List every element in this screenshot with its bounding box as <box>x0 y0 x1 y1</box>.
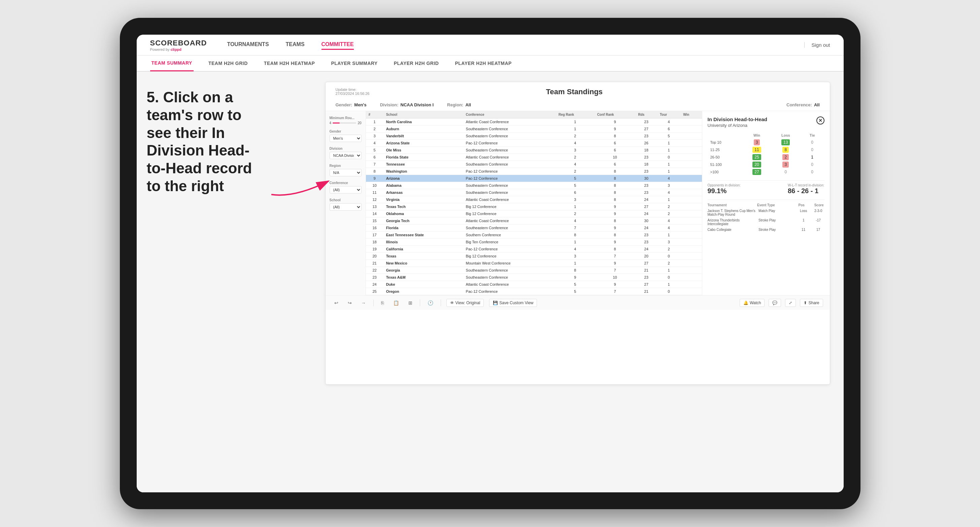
col-reg-rank: Reg Rank <box>556 111 595 119</box>
cell-win <box>680 232 702 239</box>
table-row[interactable]: 24 Duke Atlantic Coast Conference 5 9 27… <box>366 281 702 288</box>
table-row[interactable]: 9 Arizona Pac-12 Conference 5 8 30 4 <box>366 175 702 182</box>
cell-win <box>680 281 702 288</box>
tab-team-summary[interactable]: TEAM SUMMARY <box>150 56 194 71</box>
toolbar-divider-1 <box>373 300 374 306</box>
toolbar-divider-3 <box>441 300 441 306</box>
cell-conference: Southeastern Conference <box>463 182 556 189</box>
clock-icon[interactable]: 🕐 <box>426 299 435 307</box>
cell-conf-rank: 8 <box>595 246 636 253</box>
cell-tour: 1 <box>657 147 680 154</box>
table-row[interactable]: 12 Virginia Atlantic Coast Conference 3 … <box>366 196 702 203</box>
cell-conference: Southeastern Conference <box>463 274 556 281</box>
table-row[interactable]: 18 Illinois Big Ten Conference 1 9 23 3 <box>366 239 702 246</box>
h2h-row: >100 27 0 0 <box>708 168 824 176</box>
division-control: Division NCAA Division I <box>329 147 361 159</box>
col-conf-rank: Conf Rank <box>595 111 636 119</box>
table-row[interactable]: 17 East Tennessee State Southern Confere… <box>366 232 702 239</box>
expand-btn[interactable]: ⤢ <box>785 299 796 307</box>
table-row[interactable]: 13 Texas Tech Big 12 Conference 1 9 27 2 <box>366 203 702 210</box>
tournament-pos: 1 <box>797 218 810 222</box>
cell-tour: 5 <box>657 133 680 140</box>
cell-rds: 18 <box>636 161 657 168</box>
save-custom-btn[interactable]: 💾 Save Custom View <box>489 299 537 307</box>
cell-conference: Atlantic Coast Conference <box>463 119 556 125</box>
tab-team-h2h-grid[interactable]: TEAM H2H GRID <box>207 56 249 71</box>
cell-win <box>680 140 702 147</box>
cell-school: Arkansas <box>383 189 463 196</box>
cell-rank: 18 <box>366 239 383 246</box>
h2h-range: >100 <box>708 168 743 176</box>
forward-icon[interactable]: → <box>359 299 368 307</box>
h2h-range: 51-100 <box>708 161 743 168</box>
cell-reg-rank: 7 <box>556 224 595 232</box>
paste-icon[interactable]: 📋 <box>391 299 401 307</box>
cell-conference: Atlantic Coast Conference <box>463 217 556 224</box>
grid-icon[interactable]: ⊞ <box>406 299 414 307</box>
division-select[interactable]: NCAA Division I <box>329 152 361 159</box>
table-row[interactable]: 7 Tennessee Southeastern Conference 4 6 … <box>366 161 702 168</box>
cell-conf-rank: 8 <box>595 189 636 196</box>
cell-tour: 1 <box>657 168 680 175</box>
table-row[interactable]: 22 Georgia Southeastern Conference 8 7 2… <box>366 267 702 274</box>
table-row[interactable]: 16 Florida Southeastern Conference 7 9 2… <box>366 224 702 232</box>
copy-icon[interactable]: ⎘ <box>379 299 386 307</box>
comment-btn[interactable]: 💬 <box>768 299 781 307</box>
nav-item-committee[interactable]: COMMITTEE <box>321 40 354 50</box>
toolbar-right: 🔔 Watch 💬 ⤢ ⬆ Share <box>740 299 823 307</box>
cell-rds: 27 <box>636 260 657 267</box>
watch-btn[interactable]: 🔔 Watch <box>740 299 765 307</box>
cell-tour: 2 <box>657 260 680 267</box>
table-row[interactable]: 14 Oklahoma Big 12 Conference 2 9 24 2 <box>366 210 702 217</box>
cell-win <box>680 253 702 260</box>
redo-icon[interactable]: ↪ <box>346 299 354 307</box>
view-original-btn[interactable]: 👁 View: Original <box>446 299 484 307</box>
table-row[interactable]: 11 Arkansas Southeastern Conference 6 8 … <box>366 189 702 196</box>
table-row[interactable]: 20 Texas Big 12 Conference 3 7 20 0 <box>366 253 702 260</box>
table-row[interactable]: 6 Florida State Atlantic Coast Conferenc… <box>366 154 702 161</box>
undo-icon[interactable]: ↩ <box>332 299 340 307</box>
nav-item-tournaments[interactable]: TOURNAMENTS <box>227 40 269 50</box>
table-row[interactable]: 3 Vanderbilt Southeastern Conference 2 8… <box>366 133 702 140</box>
table-row[interactable]: 15 Georgia Tech Atlantic Coast Conferenc… <box>366 217 702 224</box>
cell-rds: 24 <box>636 196 657 203</box>
cell-reg-rank: 8 <box>556 267 595 274</box>
cell-rds: 23 <box>636 119 657 125</box>
toolbar-divider-2 <box>420 300 420 306</box>
cell-reg-rank: 5 <box>556 288 595 295</box>
tab-player-h2h-grid[interactable]: PLAYER H2H GRID <box>393 56 440 71</box>
table-row[interactable]: 8 Washington Pac-12 Conference 2 8 23 1 <box>366 168 702 175</box>
tournament-name: Cabo Collegiate <box>708 228 756 232</box>
table-row[interactable]: 2 Auburn Southeastern Conference 1 9 27 … <box>366 125 702 133</box>
cell-win <box>680 161 702 168</box>
cell-tour: 4 <box>657 119 680 125</box>
tab-player-summary[interactable]: PLAYER SUMMARY <box>329 56 379 71</box>
table-row[interactable]: 25 Oregon Pac-12 Conference 5 7 21 0 <box>366 288 702 295</box>
h2h-loss: 13 <box>771 139 800 146</box>
close-h2h-button[interactable]: ✕ <box>816 116 824 124</box>
table-row[interactable]: 21 New Mexico Mountain West Conference 1… <box>366 260 702 267</box>
table-row[interactable]: 10 Alabama Southeastern Conference 5 8 2… <box>366 182 702 189</box>
gender-select[interactable]: Men's <box>329 135 361 142</box>
tab-team-h2h-heatmap[interactable]: TEAM H2H HEATMAP <box>262 56 317 71</box>
table-row[interactable]: 5 Ole Miss Southeastern Conference 3 6 1… <box>366 147 702 154</box>
tab-player-h2h-heatmap[interactable]: PLAYER H2H HEATMAP <box>453 56 513 71</box>
share-icon: ⬆ <box>803 300 807 305</box>
min-rounds-track[interactable] <box>332 122 356 124</box>
cell-school: Duke <box>383 281 463 288</box>
sign-out-btn[interactable]: Sign out <box>804 42 830 48</box>
cell-reg-rank: 1 <box>556 119 595 125</box>
cell-win <box>680 217 702 224</box>
cell-rank: 8 <box>366 168 383 175</box>
h2h-range: 26-50 <box>708 154 743 161</box>
table-row[interactable]: 4 Arizona State Pac-12 Conference 4 6 26… <box>366 140 702 147</box>
table-row[interactable]: 23 Texas A&M Southeastern Conference 9 1… <box>366 274 702 281</box>
cell-rds: 30 <box>636 175 657 182</box>
filter-division: Division: NCAA Division I <box>380 102 434 107</box>
table-row[interactable]: 19 California Pac-12 Conference 4 8 24 2 <box>366 246 702 253</box>
cell-conf-rank: 9 <box>595 210 636 217</box>
share-btn[interactable]: ⬆ Share <box>800 299 823 307</box>
table-row[interactable]: 1 North Carolina Atlantic Coast Conferen… <box>366 119 702 125</box>
nav-item-teams[interactable]: TEAMS <box>286 40 305 50</box>
school-select[interactable]: (All) <box>329 203 361 211</box>
